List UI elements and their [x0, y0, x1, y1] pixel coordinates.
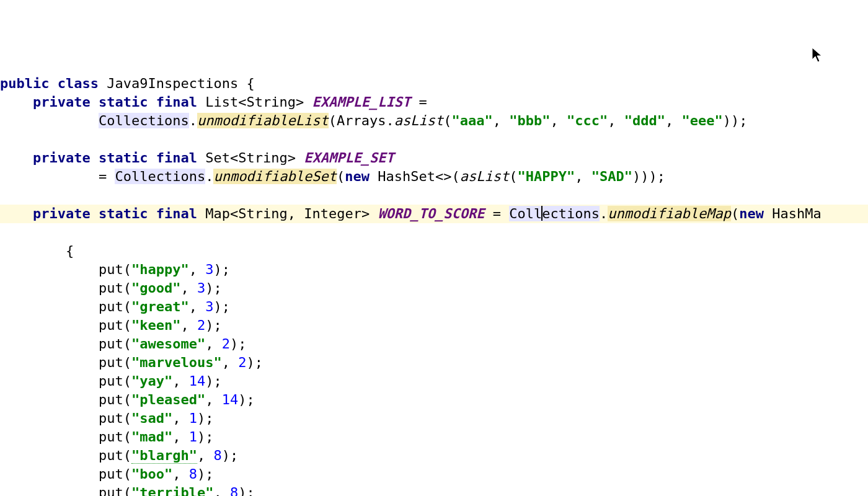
code-line-current: private static final Map<String, Integer… [0, 205, 868, 223]
map-key: "blargh" [131, 448, 197, 464]
map-key: "boo" [131, 466, 172, 482]
text-caret [541, 206, 542, 221]
map-value: 2 [222, 336, 230, 352]
code-line: put("happy", 3); [0, 262, 230, 277]
code-line: private static final Set<String> EXAMPLE… [0, 150, 394, 166]
map-value: 3 [205, 262, 213, 277]
keyword-class: class [58, 76, 99, 91]
map-key: "happy" [131, 262, 189, 277]
code-line: put("yay", 14); [0, 373, 222, 389]
put-call: put [99, 410, 123, 426]
code-line: put("awesome", 2); [0, 336, 246, 352]
blank-line [0, 131, 8, 147]
put-call: put [99, 429, 123, 445]
class-name: Java9Inspections [107, 76, 238, 91]
code-line: public class Java9Inspections { [0, 76, 255, 91]
code-line: private static final List<String> EXAMPL… [0, 94, 427, 110]
map-key: "awesome" [131, 336, 205, 352]
code-line: put("terrible", 8); [0, 485, 255, 496]
map-key: "mad" [131, 429, 172, 445]
put-call: put [99, 317, 123, 333]
method-unmodifiableMap: unmodifiableMap [608, 206, 731, 221]
map-value: 2 [197, 317, 205, 333]
map-key: "good" [131, 280, 180, 296]
code-line: put("mad", 1); [0, 429, 213, 445]
map-key: "terrible" [131, 485, 213, 496]
collections-ref: Collections [509, 206, 600, 221]
keyword-public: public [0, 76, 49, 91]
code-line: put("pleased", 14); [0, 392, 255, 407]
map-entries-block: put("happy", 3); put("good", 3); put("gr… [0, 260, 868, 496]
map-value: 1 [189, 410, 197, 426]
map-key: "yay" [131, 373, 172, 389]
put-call: put [99, 262, 123, 277]
map-value: 8 [230, 485, 238, 496]
map-value: 1 [189, 429, 197, 445]
code-line: put("blargh", 8); [0, 448, 238, 464]
collections-ref: Collections [115, 169, 205, 184]
map-value: 14 [189, 373, 206, 389]
map-key: "pleased" [131, 392, 205, 407]
code-editor[interactable]: public class Java9Inspections { private … [0, 74, 868, 496]
code-line: put("sad", 1); [0, 410, 213, 426]
map-value: 3 [205, 299, 213, 314]
put-call: put [99, 355, 123, 370]
method-unmodifiableList: unmodifiableList [197, 113, 329, 128]
mouse-cursor-icon [812, 47, 824, 63]
map-value: 8 [189, 466, 197, 482]
put-call: put [99, 466, 123, 482]
map-value: 3 [197, 280, 205, 296]
method-unmodifiableSet: unmodifiableSet [213, 169, 337, 184]
const-word-to-score: WORD_TO_SCORE [378, 206, 484, 221]
blank-line [0, 187, 8, 203]
put-call: put [99, 373, 123, 389]
map-value: 8 [213, 448, 221, 463]
map-key: "sad" [131, 410, 172, 426]
collections-ref: Collections [99, 113, 189, 128]
put-call: put [99, 448, 123, 463]
put-call: put [99, 299, 123, 314]
map-key: "marvelous" [131, 355, 222, 370]
put-call: put [99, 280, 123, 296]
const-example-set: EXAMPLE_SET [304, 150, 394, 166]
code-line: put("keen", 2); [0, 317, 222, 333]
put-call: put [99, 336, 123, 352]
code-line: put("marvelous", 2); [0, 355, 263, 370]
put-call: put [99, 392, 123, 407]
map-value: 14 [222, 392, 239, 407]
map-key: "great" [131, 299, 189, 314]
code-line: Collections.unmodifiableList(Arrays.asLi… [0, 113, 747, 128]
map-key: "keen" [131, 317, 180, 333]
put-call: put [99, 485, 123, 496]
code-line: put("boo", 8); [0, 466, 213, 482]
code-line: put("great", 3); [0, 299, 230, 314]
const-example-list: EXAMPLE_LIST [312, 94, 410, 110]
code-line: put("good", 3); [0, 280, 222, 296]
code-line: = Collections.unmodifiableSet(new HashSe… [0, 169, 665, 184]
code-line: { [0, 243, 74, 259]
map-value: 2 [238, 355, 246, 370]
